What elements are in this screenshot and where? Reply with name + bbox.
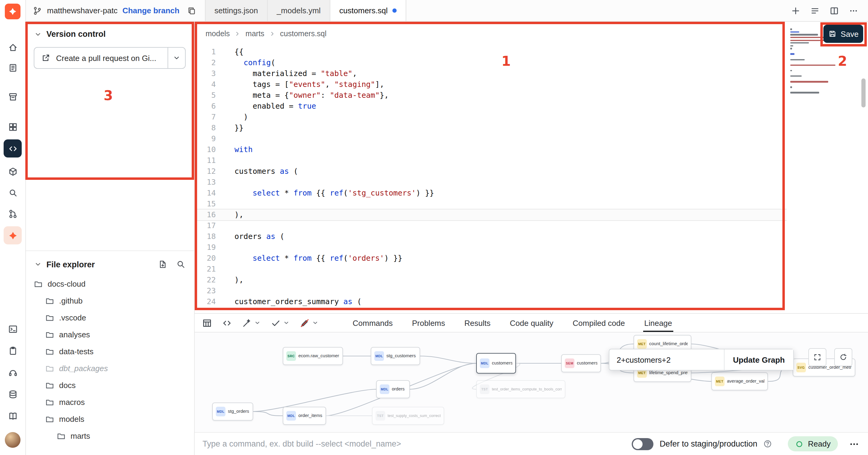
more-options-icon[interactable]	[849, 6, 858, 16]
book-icon[interactable]	[4, 407, 22, 425]
dbt-project-icon[interactable]	[4, 226, 22, 245]
lint-button[interactable]	[300, 318, 319, 328]
code-line-10[interactable]: 10with	[194, 144, 786, 155]
more-actions-icon[interactable]	[849, 438, 860, 449]
code-line-4[interactable]: 4 tags = ["events", "staging"],	[194, 79, 786, 90]
file-item-docs-cloud[interactable]: docs-cloud	[25, 275, 194, 292]
explore-icon[interactable]	[4, 183, 22, 202]
command-input[interactable]: Type a command, ex. dbt build --select <…	[203, 439, 632, 448]
refresh-button[interactable]	[834, 348, 852, 366]
lineage-selector-input[interactable]: 2+customers+2	[610, 349, 724, 370]
user-avatar[interactable]	[5, 432, 21, 448]
version-control-header[interactable]: Version control	[25, 21, 194, 42]
breadcrumb-marts[interactable]: marts	[246, 30, 265, 38]
dbt-logo[interactable]	[5, 4, 21, 19]
panel-tab-results[interactable]: Results	[455, 314, 500, 332]
queue-icon[interactable]	[810, 6, 820, 16]
code-line-14[interactable]: 14 select * from {{ ref('stg_customers')…	[194, 188, 786, 199]
change-branch-link[interactable]: Change branch	[122, 6, 179, 15]
warehouse-icon[interactable]	[4, 87, 22, 106]
code-line-8[interactable]: 8}}	[194, 122, 786, 133]
code-line-18[interactable]: 18orders as (	[194, 231, 786, 242]
code-line-21[interactable]: 21	[194, 264, 786, 275]
code-line-17[interactable]: 17	[194, 220, 786, 231]
code-line-23[interactable]: 23	[194, 285, 786, 296]
code-line-1[interactable]: 1{{	[194, 47, 786, 57]
new-file-icon[interactable]	[158, 259, 167, 269]
breadcrumb-models[interactable]: models	[206, 30, 230, 38]
code-line-6[interactable]: 6 enabled = true	[194, 101, 786, 112]
lineage-node-test_supply[interactable]: TSTtest_supply_costs_sum_correctly	[372, 407, 444, 425]
lineage-node-customers[interactable]: MDLcustomers	[476, 353, 516, 373]
code-line-9[interactable]: 9	[194, 133, 786, 144]
code-view-icon[interactable]	[222, 318, 232, 328]
home-icon[interactable]	[4, 38, 22, 56]
code-line-15[interactable]: 15	[194, 199, 786, 209]
code-line-5[interactable]: 5 meta = {"owner": "data-team"},	[194, 90, 786, 101]
split-panel-icon[interactable]	[830, 6, 839, 16]
develop-icon[interactable]	[4, 139, 22, 158]
code-line-16[interactable]: 16),	[194, 209, 786, 220]
clipboard-icon[interactable]	[4, 342, 22, 360]
save-button[interactable]: Save	[824, 25, 863, 43]
terminal-icon[interactable]	[4, 320, 22, 338]
code-line-11[interactable]: 11	[194, 155, 786, 166]
branch-widget[interactable]: matthewshaver-patc Change branch	[25, 0, 184, 21]
cube-icon[interactable]	[4, 162, 22, 180]
code-line-22[interactable]: 22),	[194, 275, 786, 285]
lineage-node-orders[interactable]: MDLorders	[376, 380, 410, 398]
lineage-node-test_order_items[interactable]: TSTtest_order_items_compute_to_bools_cor…	[476, 380, 565, 398]
database-icon[interactable]	[4, 385, 22, 403]
file-item-dbt_packages[interactable]: dbt_packages	[25, 360, 194, 376]
format-sql-button[interactable]	[242, 318, 261, 328]
code-line-13[interactable]: 13	[194, 177, 786, 188]
fullscreen-button[interactable]	[808, 348, 827, 366]
create-pr-button[interactable]: Create a pull request on Gi...	[34, 47, 186, 69]
code-line-24[interactable]: 24customer_orders_summary as (	[194, 296, 786, 307]
code-line-7[interactable]: 7 )	[194, 112, 786, 122]
panel-tab-code-quality[interactable]: Code quality	[500, 314, 563, 332]
grid-icon[interactable]	[4, 118, 22, 136]
tab-customers.sql[interactable]: customers.sql	[330, 0, 406, 21]
panel-tab-lineage[interactable]: Lineage	[635, 314, 682, 332]
code-line-12[interactable]: 12customers as (	[194, 166, 786, 177]
code-line-20[interactable]: 20 select * from {{ ref('orders') }}	[194, 253, 786, 264]
lineage-node-raw_customers[interactable]: SRCecom.raw_customers	[283, 347, 343, 365]
code-line-19[interactable]: 19	[194, 242, 786, 253]
update-graph-button[interactable]: Update Graph	[724, 349, 793, 370]
help-icon[interactable]	[764, 439, 772, 448]
compare-icon[interactable]	[4, 205, 22, 223]
defer-toggle[interactable]	[632, 438, 654, 450]
search-icon[interactable]	[176, 259, 186, 269]
lineage-node-stg_customers[interactable]: MDLstg_customers	[371, 347, 420, 365]
file-item-analyses[interactable]: analyses	[25, 326, 194, 343]
tab-settings.json[interactable]: settings.json	[205, 0, 268, 21]
panel-tab-compiled-code[interactable]: Compiled code	[563, 314, 634, 332]
panel-tab-commands[interactable]: Commands	[343, 314, 402, 332]
lineage-node-customers_sem[interactable]: SEMcustomers	[561, 354, 601, 372]
status-badge[interactable]: Ready	[788, 436, 838, 451]
lineage-node-average_order_value[interactable]: METaverage_order_value	[711, 372, 768, 391]
copy-icon[interactable]	[187, 6, 196, 16]
file-item-data-tests[interactable]: data-tests	[25, 343, 194, 360]
lineage-node-stg_orders[interactable]: MDLstg_orders	[212, 402, 253, 421]
code-line-2[interactable]: 2 config(	[194, 57, 786, 68]
notebook-icon[interactable]	[4, 59, 22, 77]
file-item-docs[interactable]: docs	[25, 376, 194, 394]
file-explorer-header[interactable]: File explorer	[25, 251, 194, 274]
code-line-3[interactable]: 3 materialized = "table",	[194, 68, 786, 79]
tab-_models.yml[interactable]: _models.yml	[268, 0, 330, 21]
table-view-icon[interactable]	[202, 318, 212, 328]
create-pr-main[interactable]: Create a pull request on Gi...	[34, 48, 168, 68]
panel-tab-problems[interactable]: Problems	[402, 314, 455, 332]
file-item-marts[interactable]: marts	[25, 427, 194, 444]
headset-icon[interactable]	[4, 363, 22, 381]
breadcrumb-file[interactable]: customers.sql	[280, 30, 327, 38]
file-item-.github[interactable]: .github	[25, 292, 194, 309]
file-item-.vscode[interactable]: .vscode	[25, 309, 194, 326]
plus-icon[interactable]	[791, 6, 801, 16]
pr-dropdown-caret[interactable]	[168, 48, 185, 68]
validate-button[interactable]	[271, 318, 290, 328]
editor-scrollbar[interactable]	[861, 79, 866, 107]
file-item-models[interactable]: models	[25, 410, 194, 427]
